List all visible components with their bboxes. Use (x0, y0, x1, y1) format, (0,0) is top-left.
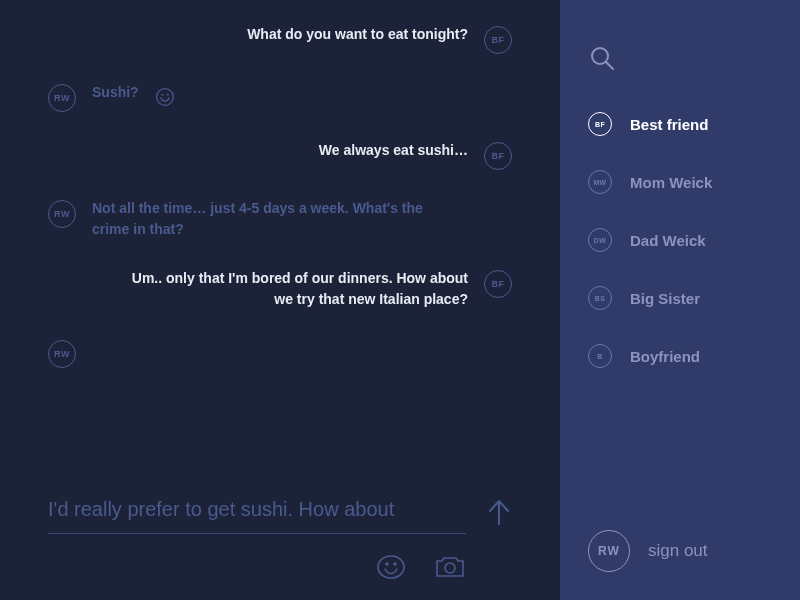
message-list: What do you want to eat tonight? BF RW S… (48, 24, 512, 470)
message-row: RW Not all the time… just 4-5 days a wee… (48, 198, 512, 240)
message-row: Um.. only that I'm bored of our dinners.… (48, 268, 512, 310)
avatar-rw: RW (48, 340, 76, 368)
compose-row (48, 490, 512, 534)
message-text: Um.. only that I'm bored of our dinners.… (128, 268, 468, 310)
svg-point-2 (386, 563, 388, 565)
contact-label: Best friend (630, 116, 708, 133)
send-icon[interactable] (486, 497, 512, 527)
svg-point-0 (156, 89, 173, 106)
contact-label: Dad Weick (630, 232, 706, 249)
message-text: What do you want to eat tonight? (247, 24, 468, 45)
contact-label: Big Sister (630, 290, 700, 307)
contact-boyfriend[interactable]: B Boyfriend (588, 344, 772, 368)
avatar-bf: BF (484, 142, 512, 170)
message-text: We always eat sushi… (319, 140, 468, 161)
message-row: RW (48, 338, 512, 368)
emoji-icon[interactable] (376, 554, 406, 580)
message-input[interactable] (48, 490, 466, 534)
svg-line-6 (606, 62, 613, 69)
sign-out[interactable]: RW sign out (588, 530, 772, 572)
compose-area (48, 490, 512, 580)
contact-avatar: BS (588, 286, 612, 310)
svg-point-4 (445, 563, 455, 573)
contact-label: Boyfriend (630, 348, 700, 365)
contact-big-sister[interactable]: BS Big Sister (588, 286, 772, 310)
message-text: Not all the time… just 4-5 days a week. … (92, 198, 432, 240)
message-row: We always eat sushi… BF (48, 140, 512, 170)
contact-avatar: BF (588, 112, 612, 136)
contact-best-friend[interactable]: BF Best friend (588, 112, 772, 136)
svg-point-3 (394, 563, 396, 565)
avatar-bf: BF (484, 270, 512, 298)
message-row: RW Sushi? (48, 82, 512, 112)
contact-mom-weick[interactable]: MW Mom Weick (588, 170, 772, 194)
contact-label: Mom Weick (630, 174, 712, 191)
avatar-bf: BF (484, 26, 512, 54)
message-text: Sushi? (92, 82, 139, 103)
contact-avatar: MW (588, 170, 612, 194)
svg-point-1 (378, 556, 404, 578)
chat-pane: What do you want to eat tonight? BF RW S… (0, 0, 560, 600)
compose-tools (48, 554, 512, 580)
contact-list: BF Best friend MW Mom Weick DW Dad Weick… (588, 112, 772, 506)
contact-avatar: DW (588, 228, 612, 252)
camera-icon[interactable] (434, 554, 464, 580)
contact-avatar: B (588, 344, 612, 368)
avatar-rw: RW (48, 84, 76, 112)
contact-dad-weick[interactable]: DW Dad Weick (588, 228, 772, 252)
message-row: What do you want to eat tonight? BF (48, 24, 512, 54)
sidebar: BF Best friend MW Mom Weick DW Dad Weick… (560, 0, 800, 600)
sign-out-label: sign out (648, 541, 708, 561)
avatar-rw: RW (48, 200, 76, 228)
me-avatar: RW (588, 530, 630, 572)
search-icon[interactable] (588, 44, 772, 72)
grin-icon (155, 87, 175, 107)
